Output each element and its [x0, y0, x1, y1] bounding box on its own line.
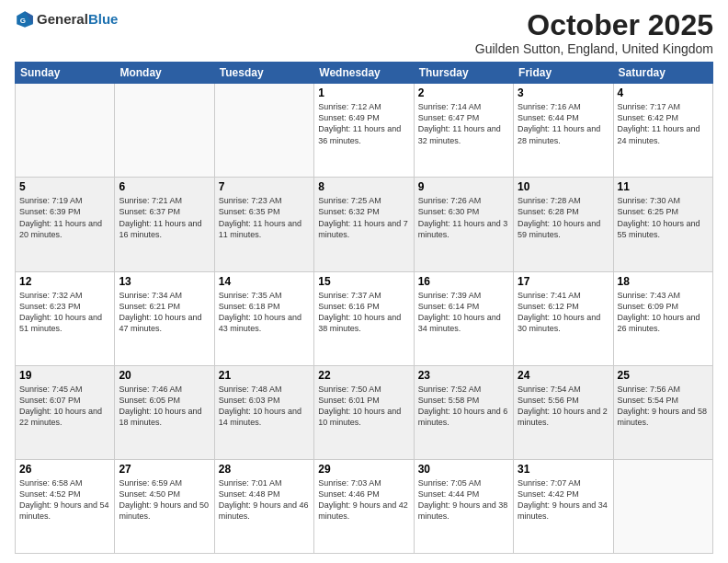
day-number: 6: [119, 180, 210, 193]
day-number: 31: [518, 463, 609, 476]
calendar-week-row: 19Sunrise: 7:45 AM Sunset: 6:07 PM Dayli…: [16, 365, 713, 459]
day-info: Sunrise: 7:48 AM Sunset: 6:03 PM Dayligh…: [219, 384, 310, 429]
table-row: 12Sunrise: 7:32 AM Sunset: 6:23 PM Dayli…: [16, 271, 115, 365]
table-row: 13Sunrise: 7:34 AM Sunset: 6:21 PM Dayli…: [115, 271, 214, 365]
table-row: 22Sunrise: 7:50 AM Sunset: 6:01 PM Dayli…: [314, 365, 414, 459]
day-number: 11: [618, 180, 709, 193]
month-title: October 2025: [475, 9, 713, 41]
table-row: 9Sunrise: 7:26 AM Sunset: 6:30 PM Daylig…: [414, 178, 513, 271]
col-monday: Monday: [115, 63, 214, 84]
table-row: 5Sunrise: 7:19 AM Sunset: 6:39 PM Daylig…: [16, 178, 115, 271]
table-row: 16Sunrise: 7:39 AM Sunset: 6:14 PM Dayli…: [414, 271, 513, 365]
day-number: 26: [19, 463, 110, 476]
day-number: 24: [518, 369, 609, 382]
day-info: Sunrise: 7:26 AM Sunset: 6:30 PM Dayligh…: [418, 195, 509, 240]
table-row: 23Sunrise: 7:52 AM Sunset: 5:58 PM Dayli…: [414, 365, 513, 459]
table-row: 3Sunrise: 7:16 AM Sunset: 6:44 PM Daylig…: [514, 84, 613, 178]
day-number: 17: [518, 275, 609, 288]
col-wednesday: Wednesday: [314, 63, 414, 84]
day-info: Sunrise: 7:19 AM Sunset: 6:39 PM Dayligh…: [19, 195, 110, 240]
page: G GeneralBlue October 2025 Guilden Sutto…: [0, 0, 728, 563]
table-row: 25Sunrise: 7:56 AM Sunset: 5:54 PM Dayli…: [613, 365, 712, 459]
day-info: Sunrise: 7:05 AM Sunset: 4:44 PM Dayligh…: [418, 477, 509, 523]
day-info: Sunrise: 7:52 AM Sunset: 5:58 PM Dayligh…: [418, 384, 509, 429]
day-number: 22: [318, 369, 409, 382]
table-row: 20Sunrise: 7:46 AM Sunset: 6:05 PM Dayli…: [115, 365, 214, 459]
day-info: Sunrise: 7:32 AM Sunset: 6:23 PM Dayligh…: [19, 290, 110, 335]
day-info: Sunrise: 7:34 AM Sunset: 6:21 PM Dayligh…: [119, 290, 210, 335]
calendar-week-row: 26Sunrise: 6:58 AM Sunset: 4:52 PM Dayli…: [16, 459, 713, 553]
calendar-week-row: 5Sunrise: 7:19 AM Sunset: 6:39 PM Daylig…: [16, 178, 713, 271]
day-info: Sunrise: 7:50 AM Sunset: 6:01 PM Dayligh…: [318, 384, 409, 429]
day-info: Sunrise: 7:41 AM Sunset: 6:12 PM Dayligh…: [518, 290, 609, 335]
table-row: 10Sunrise: 7:28 AM Sunset: 6:28 PM Dayli…: [514, 178, 613, 271]
logo-blue: Blue: [88, 11, 119, 27]
day-number: 2: [418, 86, 509, 99]
calendar-table: Sunday Monday Tuesday Wednesday Thursday…: [15, 62, 713, 554]
day-number: 7: [219, 180, 310, 193]
table-row: 14Sunrise: 7:35 AM Sunset: 6:18 PM Dayli…: [214, 271, 313, 365]
day-number: 25: [618, 369, 709, 382]
logo-general: General: [37, 11, 88, 27]
day-info: Sunrise: 7:30 AM Sunset: 6:25 PM Dayligh…: [618, 195, 709, 240]
day-number: 30: [418, 463, 509, 476]
day-number: 12: [19, 275, 110, 288]
day-info: Sunrise: 7:54 AM Sunset: 5:56 PM Dayligh…: [518, 384, 609, 429]
logo: G GeneralBlue: [15, 9, 118, 29]
day-number: 10: [518, 180, 609, 193]
table-row: [115, 84, 214, 178]
table-row: 6Sunrise: 7:21 AM Sunset: 6:37 PM Daylig…: [115, 178, 214, 271]
title-area: October 2025 Guilden Sutton, England, Un…: [475, 9, 713, 56]
day-info: Sunrise: 7:28 AM Sunset: 6:28 PM Dayligh…: [518, 195, 609, 240]
day-number: 13: [119, 275, 210, 288]
day-info: Sunrise: 6:58 AM Sunset: 4:52 PM Dayligh…: [19, 477, 110, 523]
day-info: Sunrise: 7:25 AM Sunset: 6:32 PM Dayligh…: [318, 195, 409, 240]
table-row: [214, 84, 313, 178]
day-info: Sunrise: 7:12 AM Sunset: 6:49 PM Dayligh…: [318, 101, 409, 146]
day-number: 20: [119, 369, 210, 382]
header: G GeneralBlue October 2025 Guilden Sutto…: [15, 9, 713, 56]
col-saturday: Saturday: [613, 63, 712, 84]
day-number: 4: [618, 86, 709, 99]
day-number: 5: [19, 180, 110, 193]
table-row: 4Sunrise: 7:17 AM Sunset: 6:42 PM Daylig…: [613, 84, 712, 178]
table-row: [16, 84, 115, 178]
table-row: 1Sunrise: 7:12 AM Sunset: 6:49 PM Daylig…: [314, 84, 414, 178]
table-row: 7Sunrise: 7:23 AM Sunset: 6:35 PM Daylig…: [214, 178, 313, 271]
day-number: 8: [318, 180, 409, 193]
day-info: Sunrise: 6:59 AM Sunset: 4:50 PM Dayligh…: [119, 477, 210, 523]
day-number: 16: [418, 275, 509, 288]
table-row: 30Sunrise: 7:05 AM Sunset: 4:44 PM Dayli…: [414, 459, 513, 553]
day-info: Sunrise: 7:23 AM Sunset: 6:35 PM Dayligh…: [219, 195, 310, 240]
day-info: Sunrise: 7:14 AM Sunset: 6:47 PM Dayligh…: [418, 101, 509, 146]
table-row: 2Sunrise: 7:14 AM Sunset: 6:47 PM Daylig…: [414, 84, 513, 178]
col-sunday: Sunday: [16, 63, 115, 84]
day-info: Sunrise: 7:46 AM Sunset: 6:05 PM Dayligh…: [119, 384, 210, 429]
day-info: Sunrise: 7:21 AM Sunset: 6:37 PM Dayligh…: [119, 195, 210, 240]
day-number: 3: [518, 86, 609, 99]
svg-text:G: G: [20, 17, 26, 25]
day-info: Sunrise: 7:03 AM Sunset: 4:46 PM Dayligh…: [318, 477, 409, 523]
table-row: 21Sunrise: 7:48 AM Sunset: 6:03 PM Dayli…: [214, 365, 313, 459]
day-info: Sunrise: 7:45 AM Sunset: 6:07 PM Dayligh…: [19, 384, 110, 429]
logo-text: GeneralBlue: [37, 11, 118, 28]
day-info: Sunrise: 7:56 AM Sunset: 5:54 PM Dayligh…: [618, 384, 709, 429]
table-row: 15Sunrise: 7:37 AM Sunset: 6:16 PM Dayli…: [314, 271, 414, 365]
day-info: Sunrise: 7:07 AM Sunset: 4:42 PM Dayligh…: [518, 477, 609, 523]
logo-icon: G: [15, 9, 35, 29]
day-number: 18: [618, 275, 709, 288]
day-number: 27: [119, 463, 210, 476]
col-thursday: Thursday: [414, 63, 513, 84]
day-number: 14: [219, 275, 310, 288]
location-title: Guilden Sutton, England, United Kingdom: [475, 41, 713, 56]
day-info: Sunrise: 7:39 AM Sunset: 6:14 PM Dayligh…: [418, 290, 509, 335]
day-number: 15: [318, 275, 409, 288]
table-row: 27Sunrise: 6:59 AM Sunset: 4:50 PM Dayli…: [115, 459, 214, 553]
calendar-header-row: Sunday Monday Tuesday Wednesday Thursday…: [16, 63, 713, 84]
day-number: 1: [318, 86, 409, 99]
day-number: 19: [19, 369, 110, 382]
day-info: Sunrise: 7:35 AM Sunset: 6:18 PM Dayligh…: [219, 290, 310, 335]
table-row: 19Sunrise: 7:45 AM Sunset: 6:07 PM Dayli…: [16, 365, 115, 459]
table-row: 31Sunrise: 7:07 AM Sunset: 4:42 PM Dayli…: [514, 459, 613, 553]
table-row: 11Sunrise: 7:30 AM Sunset: 6:25 PM Dayli…: [613, 178, 712, 271]
